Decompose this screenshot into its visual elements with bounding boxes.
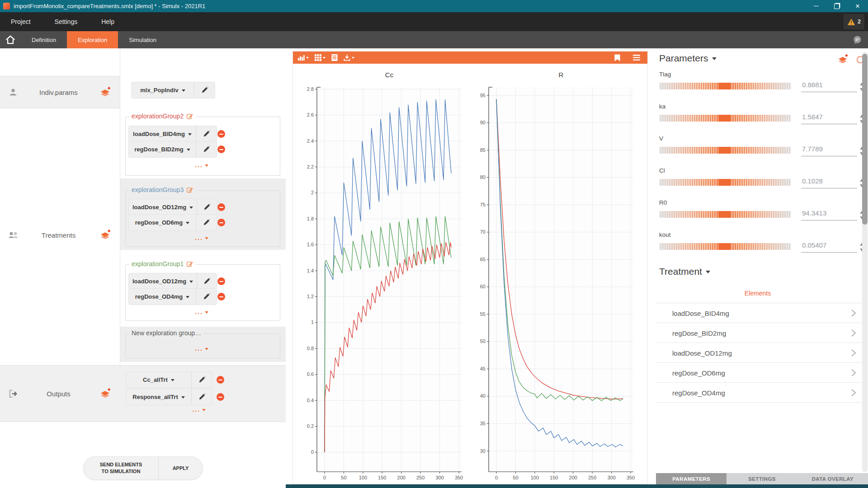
menu-icon[interactable] <box>633 55 640 61</box>
param-value-field[interactable] <box>801 240 857 253</box>
menu-settings[interactable]: Settings <box>55 18 78 25</box>
slider-track[interactable] <box>659 83 791 89</box>
treatment-element-row[interactable]: regDose_OD4mg <box>656 382 863 403</box>
svg-text:Cc: Cc <box>385 71 394 79</box>
send-to-simulation-button[interactable]: SEND ELEMENTS TO SIMULATION <box>84 457 159 479</box>
tab-simulation[interactable]: Simulation <box>118 31 167 48</box>
output-element-dropdown[interactable]: Response_allTrt <box>126 389 192 405</box>
add-output-button[interactable] <box>98 388 112 400</box>
remove-output-button[interactable] <box>217 376 224 384</box>
treatment-element-row[interactable]: regDose_BID2mg <box>656 323 863 343</box>
rename-group-icon[interactable] <box>186 186 193 193</box>
parameters-header[interactable]: Parameters <box>659 53 717 64</box>
edit-element-button[interactable] <box>197 199 217 215</box>
param-value-field[interactable] <box>801 112 857 124</box>
treatment-header[interactable]: Treatment <box>659 266 710 277</box>
treatment-element-dropdown[interactable]: loadDose_OD12mg <box>129 273 197 289</box>
slider-track[interactable] <box>659 115 791 122</box>
warnings-badge[interactable]: 2 <box>844 14 864 29</box>
slider-thumb[interactable] <box>718 211 730 218</box>
treatment-element-dropdown[interactable]: regDose_BID2mg <box>129 141 196 157</box>
simulx-window: importFromMonolix_compareTreatments.smlx… <box>0 0 868 488</box>
add-parameter-element-button[interactable] <box>837 54 849 66</box>
edit-output-button[interactable] <box>192 389 212 405</box>
add-treatment-button[interactable] <box>98 229 112 241</box>
maximize-button[interactable] <box>826 0 847 12</box>
rename-group-icon[interactable] <box>186 113 193 120</box>
treatment-element-dropdown[interactable]: loadDose_OD12mg <box>129 199 197 215</box>
layout-grid-button[interactable] <box>315 54 326 61</box>
remove-element-button[interactable] <box>217 130 225 138</box>
menu-project[interactable]: Project <box>11 18 31 25</box>
remove-element-button[interactable] <box>217 293 225 300</box>
treatment-element-dropdown[interactable]: loadDose_BID4mg <box>129 126 196 142</box>
export-button[interactable] <box>344 54 354 61</box>
more-options-dropdown[interactable]: ... <box>188 345 215 352</box>
edit-element-button[interactable] <box>196 289 217 305</box>
tab-definition[interactable]: Definition <box>21 31 67 48</box>
remove-element-button[interactable] <box>217 145 225 153</box>
param-value-field[interactable] <box>801 176 857 188</box>
svg-text:300: 300 <box>435 475 443 480</box>
param-name: Cl <box>659 167 865 174</box>
slider-track[interactable] <box>659 147 791 154</box>
edit-element-button[interactable] <box>196 141 217 157</box>
svg-text:1: 1 <box>311 319 314 325</box>
tab-data-overlay[interactable]: DATA OVERLAY <box>797 473 868 484</box>
edit-element-button[interactable] <box>196 215 217 230</box>
feedback-button[interactable] <box>852 31 863 48</box>
slider-thumb[interactable] <box>718 243 730 250</box>
rename-group-icon[interactable] <box>186 260 193 267</box>
remove-output-button[interactable] <box>217 393 224 401</box>
slider-track[interactable] <box>659 211 791 218</box>
bookmark-icon[interactable] <box>614 54 620 61</box>
menu-help[interactable]: Help <box>101 18 114 25</box>
slider-thumb[interactable] <box>718 147 730 154</box>
param-value-field[interactable] <box>801 144 857 156</box>
more-options-dropdown[interactable]: ... <box>188 234 215 241</box>
slider-thumb[interactable] <box>718 115 730 122</box>
scrollbar-thumb[interactable] <box>862 54 868 225</box>
treatment-element-row[interactable]: loadDose_BID4mg <box>656 303 863 323</box>
apply-button[interactable]: APPLY <box>159 457 203 479</box>
output-element-dropdown[interactable]: Cc_allTrt <box>126 372 192 388</box>
exploration-group2-legend: explorationGroup2 <box>129 113 196 120</box>
more-options-dropdown[interactable]: ... <box>188 308 215 315</box>
slider-track[interactable] <box>659 243 791 250</box>
svg-text:250: 250 <box>416 475 425 480</box>
treatment-element-dropdown[interactable]: regDose_OD4mg <box>129 289 196 305</box>
close-button[interactable]: ✕ <box>847 0 868 12</box>
treatment-element-row[interactable]: loadDose_OD12mg <box>656 343 863 363</box>
tab-exploration[interactable]: Exploration <box>67 31 118 48</box>
edit-element-button[interactable] <box>196 126 217 142</box>
indiv-element-dropdown[interactable]: mlx_PopIndiv <box>132 82 194 98</box>
slider-thumb[interactable] <box>718 179 730 186</box>
edit-icon <box>200 86 209 94</box>
remove-element-button[interactable] <box>217 203 225 211</box>
chart-type-button[interactable] <box>297 55 309 61</box>
data-table-button[interactable] <box>331 54 338 61</box>
param-value-field[interactable] <box>801 80 857 92</box>
new-exploration-group-box[interactable]: New exploration group… ... <box>125 333 280 358</box>
tab-settings[interactable]: SETTINGS <box>726 473 797 484</box>
more-options-dropdown[interactable]: ... <box>185 406 212 413</box>
edit-output-button[interactable] <box>192 372 212 388</box>
more-options-dropdown[interactable]: ... <box>188 161 215 169</box>
table-icon <box>331 54 338 61</box>
chevron-right-icon <box>851 349 856 357</box>
add-indiv-param-button[interactable] <box>98 86 112 99</box>
slider-thumb[interactable] <box>718 83 730 89</box>
remove-element-button[interactable] <box>217 219 225 226</box>
treatment-element-dropdown[interactable]: regDose_OD6mg <box>129 215 196 230</box>
svg-text:2.8: 2.8 <box>307 86 314 92</box>
slider-track[interactable] <box>659 179 791 186</box>
treatment-element-row[interactable]: regDose_OD6mg <box>656 362 863 383</box>
tab-parameters[interactable]: PARAMETERS <box>656 473 726 484</box>
minimize-button[interactable] <box>806 0 826 12</box>
home-button[interactable] <box>0 31 21 48</box>
edit-element-button[interactable] <box>197 273 217 289</box>
param-value-field[interactable] <box>801 208 857 221</box>
parameters-scrollbar[interactable] <box>862 52 868 472</box>
edit-indiv-element-button[interactable] <box>194 82 215 98</box>
remove-element-button[interactable] <box>217 277 225 285</box>
